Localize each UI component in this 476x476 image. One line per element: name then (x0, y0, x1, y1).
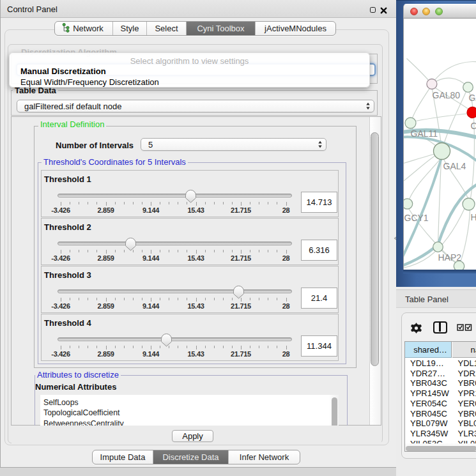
svg-text:GAL4: GAL4 (443, 161, 466, 171)
svg-text:HAP2: HAP2 (438, 252, 462, 263)
svg-text:C: C (471, 121, 476, 131)
svg-text:GA: GA (469, 93, 476, 103)
svg-text:GAL80: GAL80 (433, 90, 461, 100)
svg-text:GAL11: GAL11 (411, 128, 438, 139)
svg-text:GCY1: GCY1 (404, 213, 429, 223)
svg-text:H: H (471, 212, 476, 222)
